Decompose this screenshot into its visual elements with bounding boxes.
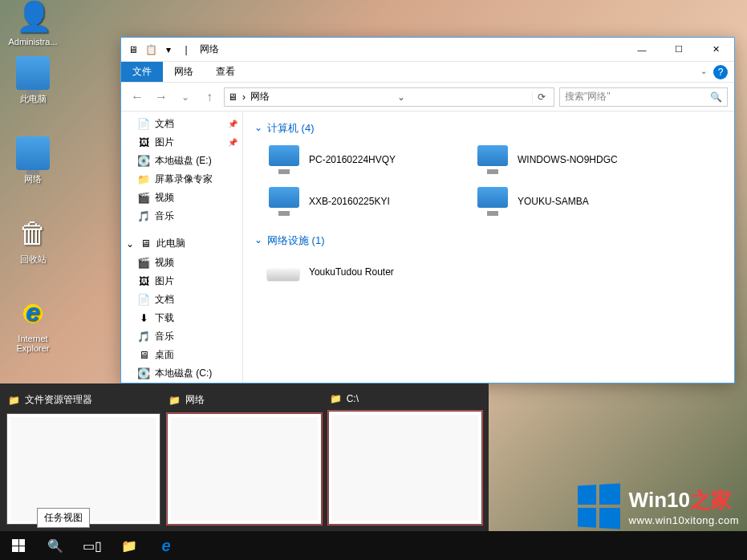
computer-item[interactable]: PC-20160224HVQY [264,142,457,177]
nav-disk-e[interactable]: 💽本地磁盘 (E:) [121,152,242,170]
disk-icon: 💽 [137,155,150,168]
taskbar-ie[interactable]: e [148,531,185,560]
maximize-button[interactable]: ☐ [660,38,697,62]
recent-button[interactable]: ⌄ [176,87,195,107]
nav-thispc-downloads[interactable]: ⬇下载 [121,309,242,327]
nav-thispc-videos[interactable]: 🎬视频 [121,254,242,272]
nav-thispc-disk-c[interactable]: 💽本地磁盘 (C:) [121,364,242,383]
nav-thispc-docs[interactable]: 📄文档 [121,290,242,309]
address-bar: ← → ⌄ ↑ 🖥 › 网络 ⌄ ⟳ 搜索"网络" 🔍 [121,83,734,112]
nav-thispc-header[interactable]: ⌄🖥此电脑 [121,233,242,254]
explorer-window: 🖥 📋 ▾ | 网络 — ☐ ✕ 文件 网络 查看 ⌄ ? ← → ⌄ ↑ 🖥 … [120,37,735,383]
location-icon: 🖥 [228,91,237,103]
picture-icon: 🖼 [137,275,150,288]
preview-card-explorer[interactable]: 📁文件资源管理器 [6,390,160,525]
forward-button[interactable]: → [152,87,171,107]
tab-file[interactable]: 文件 [121,62,163,82]
nav-thispc-music[interactable]: 🎵音乐 [121,327,242,346]
ie-icon [16,297,50,331]
window-title: 网络 [200,43,623,56]
item-label: PC-20160224HVQY [309,154,396,165]
chevron-down-icon: ⌄ [126,238,134,250]
close-button[interactable]: ✕ [697,38,734,62]
refresh-button[interactable]: ⟳ [532,91,550,103]
nav-videos[interactable]: 🎬视频 [121,189,242,207]
group-title: 网络设施 (1) [267,233,325,248]
computers-grid: PC-20160224HVQY WINDOWS-NO9HDGC XXB-2016… [254,142,723,219]
nav-pictures[interactable]: 🖼图片📌 [121,133,242,152]
search-box[interactable]: 搜索"网络" 🔍 [559,87,728,107]
recycle-icon [16,217,50,250]
tab-view[interactable]: 查看 [205,62,246,82]
preview-card-network[interactable]: 📁网络 [167,390,321,525]
preview-label: 文件资源管理器 [25,393,92,407]
desktop-icon-network[interactable]: 网络 [5,136,61,185]
nav-screenrec[interactable]: 📁屏幕录像专家 [121,170,242,189]
content-pane[interactable]: 计算机 (4) PC-20160224HVQY WINDOWS-NO9HDGC … [243,112,734,383]
monitor-icon [476,187,510,216]
picture-icon: 🖼 [137,136,150,149]
desktop-icon-recycle[interactable]: 回收站 [5,217,61,266]
titlebar[interactable]: 🖥 📋 ▾ | 网络 — ☐ ✕ [121,38,734,62]
windows-logo-icon [578,483,620,529]
start-button[interactable] [0,531,37,560]
item-label: YoukuTudou Router [309,266,394,278]
pin-icon: 📌 [228,138,237,147]
address-dropdown-icon[interactable]: ⌄ [392,91,410,103]
download-icon: ⬇ [137,312,150,325]
explorer-body: 📄文档📌 🖼图片📌 💽本地磁盘 (E:) 📁屏幕录像专家 🎬视频 🎵音乐 ⌄🖥此… [121,112,734,383]
nav-label: 屏幕录像专家 [155,172,213,186]
preview-card-c-drive[interactable]: 📁C:\ [328,390,482,525]
qat-separator: ▾ [161,43,176,57]
nav-label: 音乐 [155,330,174,343]
folder-icon: 📁 [8,395,20,406]
ie-icon: e [161,537,170,555]
computer-item[interactable]: XXB-20160225KYI [264,184,457,219]
icon-label: Internet Explorer [17,334,50,353]
nav-label: 本地磁盘 (C:) [155,367,212,380]
tab-network[interactable]: 网络 [163,62,205,82]
nav-music[interactable]: 🎵音乐 [121,207,242,225]
computer-item[interactable]: WINDOWS-NO9HDGC [473,142,665,177]
monitor-icon [476,145,510,174]
group-infra[interactable]: 网络设施 (1) [254,230,723,254]
qat-divider: | [179,43,193,57]
document-icon: 📄 [137,294,150,306]
preview-thumbnail[interactable] [167,413,321,525]
nav-thispc-desktop[interactable]: 🖥桌面 [121,346,242,364]
watermark: Win10之家 www.win10xitong.com [576,485,739,528]
router-item[interactable]: YoukuTudou Router [264,254,457,290]
taskbar-explorer[interactable]: 📁 [111,531,148,560]
preview-thumbnail[interactable] [328,411,482,525]
back-button[interactable]: ← [128,87,147,107]
desktop-icon-ie[interactable]: Internet Explorer [5,297,61,353]
preview-title: 📁文件资源管理器 [6,390,160,413]
search-icon[interactable]: 🔍 [710,91,722,103]
music-icon: 🎵 [137,210,150,223]
nav-documents[interactable]: 📄文档📌 [121,115,242,133]
properties-icon[interactable]: 📋 [144,43,158,57]
document-icon: 📄 [137,118,150,131]
icon-label: 此电脑 [20,94,47,103]
computer-item[interactable]: YOUKU-SAMBA [473,184,665,219]
taskview-button[interactable]: ▭▯ [74,531,111,560]
nav-label: 视频 [155,191,174,205]
group-computers[interactable]: 计算机 (4) [254,118,723,142]
desktop-icon-pc[interactable]: 此电脑 [5,56,61,105]
item-label: XXB-20160225KYI [309,196,390,207]
preview-title: 📁网络 [167,390,321,413]
desktop-icon-admin[interactable]: Administra... [5,0,61,47]
nav-thispc-pictures[interactable]: 🖼图片 [121,272,242,290]
up-button[interactable]: ↑ [200,87,219,107]
nav-pane[interactable]: 📄文档📌 🖼图片📌 💽本地磁盘 (E:) 📁屏幕录像专家 🎬视频 🎵音乐 ⌄🖥此… [121,112,243,383]
pin-icon: 📌 [228,120,237,128]
address-box[interactable]: 🖥 › 网络 ⌄ ⟳ [224,87,554,107]
breadcrumb-location[interactable]: 网络 [250,90,270,103]
pc-icon: 🖥 [139,237,152,250]
ribbon-expand-icon[interactable]: ⌄ [700,67,707,75]
search-button[interactable]: 🔍 [37,531,74,560]
video-icon: 🎬 [137,192,150,205]
taskview-tooltip: 任务视图 [37,508,90,528]
minimize-button[interactable]: — [623,38,660,62]
help-icon[interactable]: ? [713,65,728,79]
